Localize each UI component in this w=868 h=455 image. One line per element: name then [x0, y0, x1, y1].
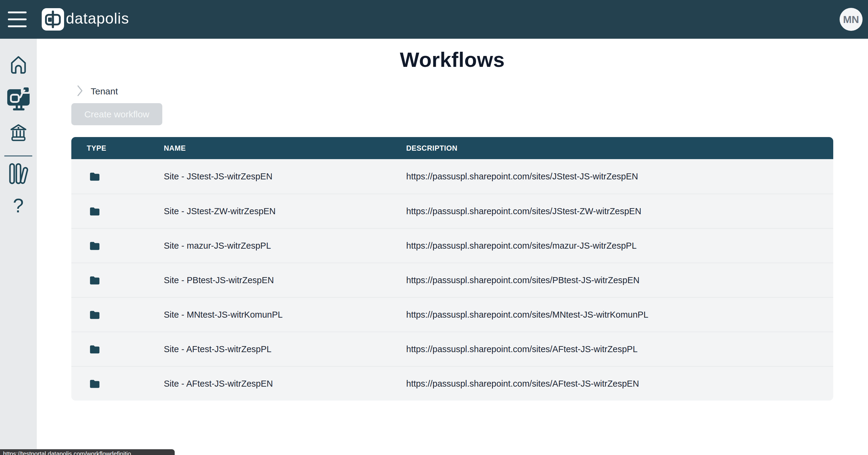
sidebar-item-home[interactable] — [0, 54, 37, 77]
row-name: Site - AFtest-JS-witrZespPL — [164, 344, 271, 354]
sidebar-item-tenant[interactable] — [0, 123, 37, 144]
folder-icon — [89, 172, 99, 181]
folder-icon — [89, 207, 99, 216]
sidebar-item-workflows[interactable] — [0, 87, 37, 112]
user-avatar[interactable]: MN — [840, 8, 863, 31]
breadcrumb: Tenant — [75, 84, 118, 98]
sidebar-item-library[interactable] — [0, 163, 37, 187]
row-name: Site - JStest-ZW-witrZespEN — [164, 206, 276, 216]
workflows-table: TYPE NAME DESCRIPTION Site - JStest-JS-w… — [71, 137, 833, 401]
bank-building-icon — [9, 123, 28, 144]
row-description: https://passuspl.sharepoint.com/sites/JS… — [406, 206, 641, 216]
sidebar: ? — [0, 39, 37, 455]
row-description: https://passuspl.sharepoint.com/sites/AF… — [406, 379, 639, 389]
help-question-icon: ? — [13, 196, 24, 216]
folder-icon — [89, 345, 99, 354]
top-bar: datapolis MN — [0, 0, 868, 39]
row-name: Site - mazur-JS-witrZespPL — [164, 241, 271, 251]
main-content: Workflows Tenant Create workflow TYPE NA… — [37, 39, 868, 455]
chevron-right-icon — [75, 84, 84, 98]
row-name: Site - PBtest-JS-witrZespEN — [164, 275, 274, 285]
brand-wordmark: datapolis — [66, 11, 129, 28]
table-header-row: TYPE NAME DESCRIPTION — [71, 137, 833, 159]
link-preview-text: https://testportal.datapolis.com/workflo… — [0, 449, 175, 455]
breadcrumb-tenant[interactable]: Tenant — [91, 86, 118, 96]
table-row[interactable]: Site - mazur-JS-witrZespPL https://passu… — [71, 228, 833, 263]
row-description: https://passuspl.sharepoint.com/sites/AF… — [406, 344, 638, 354]
workflows-monitor-icon — [6, 87, 31, 112]
home-icon — [9, 54, 28, 77]
table-row[interactable]: Site - JStest-JS-witrZespEN https://pass… — [71, 159, 833, 194]
table-row[interactable]: Site - MNtest-JS-witrKomunPL https://pas… — [71, 297, 833, 332]
table-row[interactable]: Site - AFtest-JS-witrZespEN https://pass… — [71, 366, 833, 401]
column-header-type: TYPE — [87, 144, 106, 152]
column-header-name: NAME — [164, 144, 186, 152]
brand-logo[interactable]: datapolis — [42, 8, 129, 31]
avatar-initials: MN — [843, 13, 859, 25]
row-description: https://passuspl.sharepoint.com/sites/ma… — [406, 241, 637, 251]
page-title: Workflows — [37, 48, 868, 72]
hamburger-menu-icon[interactable] — [8, 11, 27, 27]
row-name: Site - JStest-JS-witrZespEN — [164, 172, 272, 181]
folder-icon — [89, 241, 99, 251]
row-description: https://passuspl.sharepoint.com/sites/PB… — [406, 275, 640, 285]
datapolis-logo-icon — [42, 8, 64, 31]
table-row[interactable]: Site - AFtest-JS-witrZespPL https://pass… — [71, 332, 833, 366]
sidebar-divider — [4, 155, 32, 157]
create-workflow-button[interactable]: Create workflow — [71, 103, 162, 125]
folder-icon — [89, 379, 99, 389]
row-description: https://passuspl.sharepoint.com/sites/JS… — [406, 172, 638, 181]
row-description: https://passuspl.sharepoint.com/sites/MN… — [406, 310, 648, 320]
folder-icon — [89, 276, 99, 285]
folder-icon — [89, 310, 99, 319]
table-row[interactable]: Site - JStest-ZW-witrZespEN https://pass… — [71, 194, 833, 228]
sidebar-item-help[interactable]: ? — [0, 196, 37, 216]
link-preview-statusbar: https://testportal.datapolis.com/workflo… — [0, 449, 175, 455]
table-row[interactable]: Site - PBtest-JS-witrZespEN https://pass… — [71, 263, 833, 297]
row-name: Site - AFtest-JS-witrZespEN — [164, 379, 273, 389]
table-body: Site - JStest-JS-witrZespEN https://pass… — [71, 159, 833, 401]
library-books-icon — [8, 163, 29, 187]
row-name: Site - MNtest-JS-witrKomunPL — [164, 310, 283, 320]
column-header-description: DESCRIPTION — [406, 144, 458, 152]
